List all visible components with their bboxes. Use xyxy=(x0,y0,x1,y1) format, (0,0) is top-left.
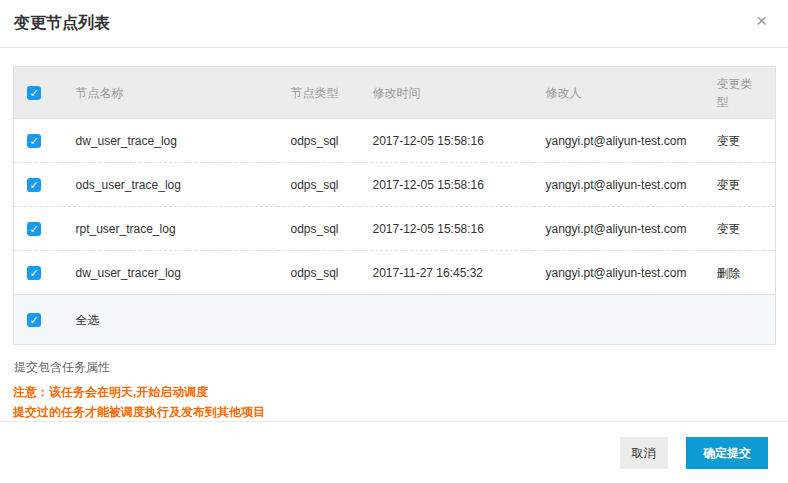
column-header-time: 修改时间 xyxy=(360,67,533,119)
column-header-type: 节点类型 xyxy=(278,67,360,119)
row-checkbox[interactable]: ✓ xyxy=(27,222,41,236)
row-checkbox[interactable]: ✓ xyxy=(27,134,41,148)
confirm-submit-button[interactable]: 确定提交 xyxy=(686,437,768,469)
select-all-checkbox[interactable]: ✓ xyxy=(27,313,41,327)
table-row: ✓ dw_user_trace_log odps_sql 2017-12-05 … xyxy=(14,119,776,163)
change-type: 变更 xyxy=(704,207,776,251)
modifier: yangyi.pt@aliyun-test.com xyxy=(533,251,704,295)
modified-time: 2017-12-05 15:58:16 xyxy=(360,119,533,163)
column-header-change: 变更类型 xyxy=(704,67,776,119)
node-name: dw_user_tracer_log xyxy=(63,251,278,295)
node-name: rpt_user_trace_log xyxy=(63,207,278,251)
warning-line-2: 提交过的任务才能被调度执行及发布到其他项目 xyxy=(13,402,775,422)
select-all-row: ✓ 全选 xyxy=(14,295,776,345)
modified-time: 2017-12-05 15:58:16 xyxy=(360,163,533,207)
node-name: dw_user_trace_log xyxy=(63,119,278,163)
node-type: odps_sql xyxy=(278,163,360,207)
node-type: odps_sql xyxy=(278,251,360,295)
modified-time: 2017-12-05 15:58:16 xyxy=(360,207,533,251)
dialog-footer: 取消 确定提交 xyxy=(0,421,788,483)
modified-time: 2017-11-27 16:45:32 xyxy=(360,251,533,295)
select-all-label: 全选 xyxy=(63,295,776,345)
modifier: yangyi.pt@aliyun-test.com xyxy=(533,207,704,251)
modifier: yangyi.pt@aliyun-test.com xyxy=(533,163,704,207)
change-type: 变更 xyxy=(704,119,776,163)
table-row: ✓ ods_user_trace_log odps_sql 2017-12-05… xyxy=(14,163,776,207)
modifier: yangyi.pt@aliyun-test.com xyxy=(533,119,704,163)
cancel-button[interactable]: 取消 xyxy=(620,437,668,469)
close-icon[interactable]: × xyxy=(756,11,767,30)
node-type: odps_sql xyxy=(278,207,360,251)
header-select-all-checkbox[interactable]: ✓ xyxy=(27,86,41,100)
table-header-row: ✓ 节点名称 节点类型 修改时间 修改人 变更类型 xyxy=(14,67,776,119)
submit-attribute-note: 提交包含任务属性 xyxy=(14,358,775,376)
node-type: odps_sql xyxy=(278,119,360,163)
dialog-title: 变更节点列表 xyxy=(14,13,110,34)
change-type: 删除 xyxy=(704,251,776,295)
dialog-body: ✓ 节点名称 节点类型 修改时间 修改人 变更类型 ✓ dw_user_trac… xyxy=(0,48,788,422)
row-checkbox[interactable]: ✓ xyxy=(27,178,41,192)
column-header-name: 节点名称 xyxy=(63,67,278,119)
warning-line-1: 注意：该任务会在明天,开始启动调度 xyxy=(13,382,775,402)
row-checkbox[interactable]: ✓ xyxy=(27,266,41,280)
warning-block: 注意：该任务会在明天,开始启动调度 提交过的任务才能被调度执行及发布到其他项目 xyxy=(13,382,775,422)
node-name: ods_user_trace_log xyxy=(63,163,278,207)
dialog-header: 变更节点列表 × xyxy=(0,0,788,48)
table-row: ✓ rpt_user_trace_log odps_sql 2017-12-05… xyxy=(14,207,776,251)
column-header-person: 修改人 xyxy=(533,67,704,119)
table-row: ✓ dw_user_tracer_log odps_sql 2017-11-27… xyxy=(14,251,776,295)
change-type: 变更 xyxy=(704,163,776,207)
node-table: ✓ 节点名称 节点类型 修改时间 修改人 变更类型 ✓ dw_user_trac… xyxy=(13,66,776,345)
change-node-list-dialog: 变更节点列表 × ✓ 节点名称 节点类型 修改时间 修改人 变更类型 ✓ xyxy=(0,0,788,483)
